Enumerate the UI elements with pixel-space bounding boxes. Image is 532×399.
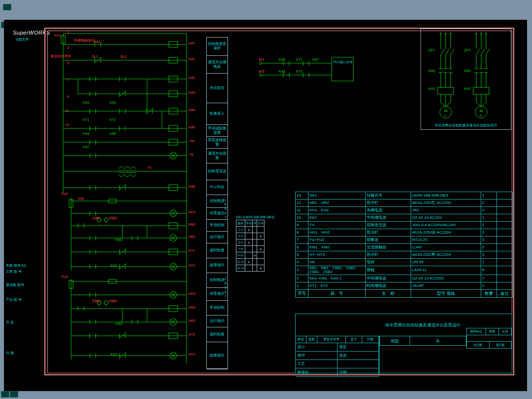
bom-cell	[497, 275, 513, 282]
bom-cell: 转换开关	[366, 192, 411, 200]
sa1-row-label: 5-6	[236, 239, 245, 246]
sa1-row-label: 13-14	[236, 265, 245, 272]
bom-cell	[497, 229, 513, 237]
function-row-label: 控制电源及保护	[207, 38, 228, 56]
signature-row: 校对批准	[296, 352, 379, 360]
bom-cell: HR1、HR2	[308, 200, 366, 207]
sidebar-note: 产品 图 号	[6, 297, 22, 302]
bom-cell: 按钮	[366, 266, 411, 275]
bom-row: 9TV控制变压器JDG-0.4 AC220V/AC24V1	[296, 222, 513, 229]
sa1-row: 3-4×	[236, 233, 265, 239]
bom-cell: 1	[481, 259, 497, 266]
bom-cell: 4	[296, 259, 308, 266]
bom-cell: 中间继电器	[366, 214, 411, 222]
function-row-label: 控制变压器	[207, 163, 228, 180]
bom-cell: FU~FU2	[308, 237, 366, 244]
function-row-label: 故障指示	[207, 258, 228, 273]
bom-grid: 13SA1转换开关LW39-16B-40B-2B/3112HR1、HR2指示灯A…	[295, 192, 513, 298]
bom-row: 11KH1、KH2热继电器JR22	[296, 207, 513, 214]
sidebar-note: 方 名	[6, 320, 14, 325]
bom-cell: 10	[296, 214, 308, 222]
bom-row: 4HA电铃UN-551	[296, 259, 513, 266]
function-row-label: 停泵指示	[207, 208, 228, 220]
bom-cell: 3	[296, 266, 308, 275]
bom-header-row: 序号标 号名 称型号 规格数量备注	[296, 289, 513, 297]
signature-cell: 标准化	[296, 368, 338, 376]
function-row-label: PLC外控	[207, 180, 228, 195]
revision-block: 标记处数更改文件号签字日期 设计审定校对批准工艺标准化日期	[296, 336, 380, 374]
bom-cell: 8	[296, 229, 308, 237]
plc-box-label: PLC接口信号	[333, 60, 353, 64]
signature-cell: 工艺	[296, 360, 338, 368]
function-row-label: 轮换投入	[207, 103, 228, 125]
motor-diagram-caption: 排水泵两台自动轮换及液流水位双泵运行	[421, 123, 511, 128]
bom-cell: DZ-04 10 AC220V	[411, 275, 481, 282]
bom-row: 7FU~FU2熔断器RT14-203	[296, 237, 513, 244]
bom-cell: 2	[481, 200, 497, 207]
signature-cell: 设计	[296, 343, 338, 351]
sa1-contact-table: SA1 (LW39-16B-40B-2B/3) 触点手动停自动 1-2×3-4×…	[236, 215, 274, 272]
bom-cell: KA7	[308, 214, 366, 222]
bom-cell: 11	[296, 207, 308, 214]
sa1-row: 7-8×	[236, 246, 265, 252]
bom-cell: LW39-16B-40B-2B/3	[411, 192, 481, 200]
rev-header-cell: 日期	[362, 336, 379, 343]
function-row-label: 超时轮换	[207, 243, 228, 258]
bom-cell: 6	[481, 266, 497, 275]
bom-cell	[497, 282, 513, 289]
bom-row: 3SB1、SB2、1SB1、1SB2、2SB1、2SB2按钮LA39-116	[296, 266, 513, 275]
sa1-mark	[253, 246, 257, 252]
sa1-mark	[257, 252, 265, 259]
bom-cell: DZ-04 10 AC24V	[411, 214, 481, 222]
bom-cell: HG1、HG2	[308, 229, 366, 237]
sa1-col-header: 手动	[245, 220, 253, 227]
bom-cell: AD16-22D/红 AC220V	[411, 200, 481, 207]
function-row-label: 液流水位报警	[207, 149, 228, 163]
bom-cell: 3	[481, 237, 497, 244]
sa1-mark	[257, 239, 265, 246]
sidebar-note: 液流图 图号	[6, 282, 24, 287]
bom-cell: 控制变压器	[366, 222, 411, 229]
function-row-label: 手动控制	[207, 301, 228, 316]
bom-header-cell: 备注	[497, 289, 513, 297]
sa1-grid: 触点手动停自动 1-2×3-4×5-6×7-8×9-10×11-12×13-14…	[236, 220, 265, 272]
bom-cell: RT14-20	[411, 237, 481, 244]
bom-cell: 7	[481, 275, 497, 282]
sa1-mark	[245, 246, 253, 252]
sa1-mark: ×	[257, 265, 265, 272]
pages-total: 共2页	[467, 342, 490, 348]
signature-rows: 设计审定校对批准工艺标准化日期	[296, 343, 379, 377]
bom-cell	[497, 200, 513, 207]
plc-circuit-svg	[257, 54, 355, 84]
sa1-row: 1-2×	[236, 227, 265, 233]
function-row-label: 控制电源	[207, 273, 228, 288]
bom-row: 13SA1转换开关LW39-16B-40B-2B/31	[296, 192, 513, 200]
stamp-header-cell: 图样标记	[467, 328, 486, 335]
bom-cell: 1	[481, 214, 497, 222]
sa1-mark: ×	[257, 246, 265, 252]
sa1-mark	[253, 265, 257, 272]
bom-cell: SA1	[308, 192, 366, 200]
bom-row: 1KT1、KT2时间继电器JS14P2	[296, 282, 513, 289]
stamp-header-row: 图样标记重量比例	[467, 328, 512, 335]
cabinet-value: JL	[410, 336, 466, 345]
sa1-row: 9-10×	[236, 252, 265, 259]
bom-header-cell: 序号	[296, 289, 308, 297]
bom-cell	[497, 251, 513, 259]
bom-cell: AD16-22D/黄 AC220V	[411, 251, 481, 259]
bom-cell: 交流接触器	[366, 244, 411, 251]
function-row-label: 故障指示	[207, 342, 228, 369]
bom-cell	[497, 266, 513, 275]
function-row-label: 水位自控	[207, 74, 228, 103]
bom-cell: 7	[296, 237, 308, 244]
sa1-row-label: 3-4	[236, 233, 245, 239]
bom-cell: 指示灯	[366, 251, 411, 259]
sidebar-note: 工程 图 号	[6, 269, 22, 274]
sa1-mark	[257, 259, 265, 265]
bom-cell: 1	[481, 192, 497, 200]
function-row-label: 运行指示	[207, 316, 228, 327]
rev-header-cell: 更改文件号	[317, 336, 346, 343]
motor-symbol-phase: 3~	[480, 114, 483, 117]
page-current: 第2页	[490, 342, 512, 348]
sa1-row: 5-6×	[236, 239, 265, 246]
